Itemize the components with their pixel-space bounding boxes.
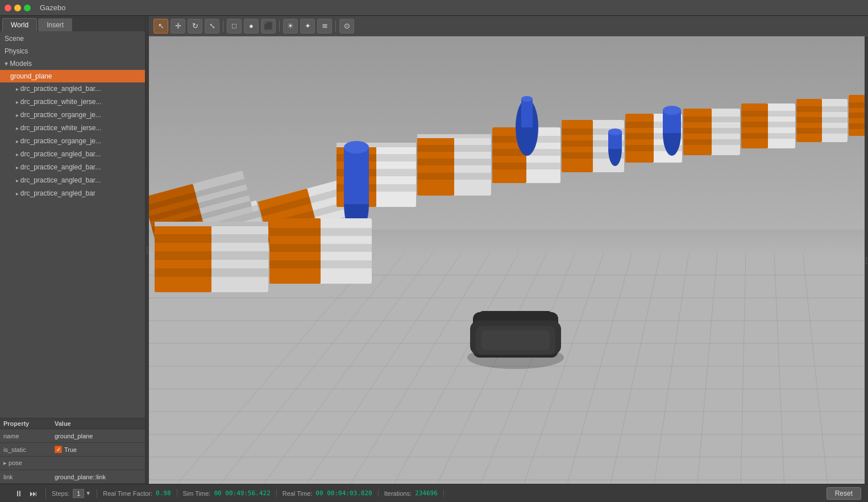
3d-viewport[interactable]: ↖ ✛ ↻ ⤡ □ ● ⬛ ☀ ✦ ≋ ⊙ <box>149 16 868 484</box>
tree-item-5[interactable]: drc_practice_angled_bar... <box>0 148 145 161</box>
prop-pose-label: pose <box>3 459 55 467</box>
tree-item-7[interactable]: drc_practice_angled_bar... <box>0 174 145 187</box>
scene-svg <box>149 36 868 484</box>
properties-header: Property Value <box>0 418 145 429</box>
tool-pointlight-button[interactable]: ✦ <box>300 19 315 34</box>
tree-item-8[interactable]: drc_practice_angled_bar <box>0 187 145 200</box>
svg-rect-61 <box>417 159 491 165</box>
tool-sphere-button[interactable]: ● <box>244 19 259 34</box>
prop-link-label: link <box>3 474 55 480</box>
tool-rotate-button[interactable]: ↻ <box>188 19 202 34</box>
minimize-button[interactable] <box>14 5 21 11</box>
tree-ground-plane[interactable]: ground_plane <box>0 70 145 82</box>
tree-item-1[interactable]: drc_practice_white_jerse... <box>0 96 145 109</box>
steps-section: Steps: 1 ▼ <box>46 489 97 498</box>
svg-rect-88 <box>683 128 740 134</box>
tool-select-button[interactable]: ↖ <box>153 19 168 34</box>
reset-button[interactable]: Reset <box>827 487 861 500</box>
svg-rect-98 <box>796 117 848 123</box>
toolbar-divider-2 <box>279 20 280 32</box>
tool-sunlight-button[interactable]: ☀ <box>283 19 298 34</box>
steps-value: 1 <box>73 489 84 498</box>
svg-rect-127 <box>481 330 550 350</box>
viewport-toolbar: ↖ ✛ ↻ ⤡ □ ● ⬛ ☀ ✦ ≋ ⊙ <box>149 16 868 36</box>
main-layout: World Insert Scene Physics Models ground… <box>0 16 868 502</box>
svg-point-76 <box>521 96 533 102</box>
realtime-label: Real Time: <box>283 490 313 497</box>
iterations-section: Iterations: 234696 <box>379 489 444 497</box>
tree-panel[interactable]: Scene Physics Models ground_plane drc_pr… <box>0 31 145 418</box>
right-panel-resize[interactable] <box>865 36 868 484</box>
realtime-value: 00 00:04:03.820 <box>315 489 372 497</box>
tree-item-2[interactable]: drc_practice_organge_je... <box>0 109 145 122</box>
svg-rect-97 <box>796 106 848 112</box>
steps-control[interactable]: 1 ▼ <box>73 489 91 498</box>
rtf-section: Real Time Factor: 0.98 <box>97 489 177 497</box>
tree-item-6[interactable]: drc_practice_angled_bar... <box>0 161 145 174</box>
prop-name-row: name ground_plane <box>0 429 145 443</box>
steps-label: Steps: <box>52 490 69 497</box>
toolbar-divider-3 <box>335 20 336 32</box>
svg-rect-115 <box>155 268 268 277</box>
svg-rect-109 <box>344 147 369 204</box>
prop-name-value: ground_plane <box>55 433 93 439</box>
tab-bar: World Insert <box>0 16 145 31</box>
svg-rect-99 <box>796 128 848 134</box>
tab-world[interactable]: World <box>2 18 37 31</box>
tool-screenshot-button[interactable]: ⊙ <box>339 19 354 34</box>
close-button[interactable] <box>5 5 11 11</box>
tree-item-3[interactable]: drc_practice_white_jerse... <box>0 122 145 135</box>
toolbar-divider-1 <box>223 20 223 32</box>
svg-rect-114 <box>155 251 268 260</box>
tool-scale-button[interactable]: ⤡ <box>205 19 219 34</box>
step-button[interactable]: ⏭ <box>27 488 40 499</box>
tree-scene[interactable]: Scene <box>0 32 145 45</box>
svg-rect-59 <box>417 136 454 196</box>
titlebar: Gazebo <box>0 0 868 16</box>
svg-rect-60 <box>417 145 491 152</box>
steps-dropdown[interactable]: ▼ <box>85 490 91 496</box>
prop-pose-row[interactable]: pose <box>0 457 145 470</box>
prop-isstatic-row: is_static ✓ True <box>0 443 145 457</box>
properties-panel: Property Value name ground_plane is_stat… <box>0 418 145 484</box>
simtime-label: Sim Time: <box>183 490 211 497</box>
svg-point-84 <box>663 106 681 115</box>
prop-link-row: link ground_plane::link <box>0 470 145 484</box>
svg-rect-126 <box>479 311 553 320</box>
tree-physics[interactable]: Physics <box>0 45 145 57</box>
checkbox-static[interactable]: ✓ <box>55 446 62 453</box>
realtime-section: Real Time: 00 00:04:03.820 <box>277 489 379 497</box>
simtime-section: Sim Time: 00 00:49:56.422 <box>177 489 277 497</box>
tree-models[interactable]: Models <box>0 57 145 70</box>
prop-isstatic-value: ✓ True <box>55 446 77 453</box>
tab-insert[interactable]: Insert <box>38 18 72 31</box>
pause-button[interactable]: ⏸ <box>13 488 25 499</box>
play-controls: ⏸ ⏭ <box>7 488 46 499</box>
svg-rect-62 <box>417 173 491 180</box>
maximize-button[interactable] <box>24 5 31 11</box>
tool-cylinder-button[interactable]: ⬛ <box>261 19 276 34</box>
prop-isstatic-label: is_static <box>3 446 55 453</box>
rtf-label: Real Time Factor: <box>103 490 152 497</box>
svg-rect-116 <box>155 222 268 226</box>
rtf-value: 0.98 <box>156 489 171 497</box>
svg-rect-75 <box>521 99 533 127</box>
tree-item-0[interactable]: drc_practice_angled_bar... <box>0 82 145 96</box>
iterations-label: Iterations: <box>384 490 412 497</box>
svg-rect-119 <box>269 228 372 236</box>
svg-rect-63 <box>417 134 491 138</box>
svg-rect-92 <box>741 111 795 117</box>
svg-rect-121 <box>269 260 372 268</box>
prop-name-label: name <box>3 433 55 439</box>
prop-link-value: ground_plane::link <box>55 474 106 480</box>
scene-canvas[interactable] <box>149 36 868 484</box>
header-value: Value <box>55 420 71 427</box>
header-property: Property <box>3 420 55 427</box>
title-buttons <box>5 5 31 11</box>
tool-box-button[interactable]: □ <box>227 19 242 34</box>
svg-rect-120 <box>269 244 372 252</box>
svg-rect-68 <box>492 163 560 169</box>
tree-item-4[interactable]: drc_practice_organge_je... <box>0 135 145 148</box>
tool-spotlight-button[interactable]: ≋ <box>317 19 332 34</box>
tool-translate-button[interactable]: ✛ <box>171 19 185 34</box>
